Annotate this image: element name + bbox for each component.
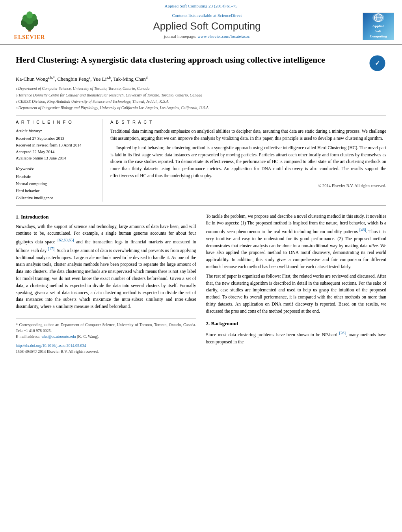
footnote-corresponding: * Corresponding author at: Department of… (16, 322, 196, 334)
intro-para-1: Nowadays, with the support of science an… (16, 223, 196, 310)
journal-ref: Applied Soft Computing 23 (2014) 61–75 (0, 3, 402, 9)
intro-heading: 1. Introduction (16, 213, 196, 221)
divider-2 (16, 206, 386, 206)
article-info-col: A R T I C L E I N F O Article history: R… (16, 119, 102, 201)
affil-c: c CEMSE Division, King Abdullah Universi… (16, 98, 386, 105)
background-para-1: Since most data clustering problems have… (206, 330, 387, 345)
keyword-herd: Herd behavior (16, 187, 96, 195)
paper-title-section: Herd Clustering: A synergistic data clus… (16, 50, 386, 72)
abstract-col: A B S T R A C T Traditional data mining … (110, 119, 386, 201)
keyword-heuristic: Heuristic (16, 173, 96, 180)
abstract-para2: Inspired by herd behavior, the clusterin… (110, 145, 386, 180)
body-col-left: 1. Introduction Nowadays, with the suppo… (16, 213, 196, 355)
journal-title-block: Contents lists available at ScienceDirec… (51, 13, 363, 40)
journal-title-text: Applied Soft Computing (51, 19, 363, 34)
abstract-para1: Traditional data mining methods emphasiz… (110, 128, 386, 142)
elsevier-tree-icon (16, 11, 43, 33)
elsevier-brand-text: ELSEVIER (14, 33, 45, 41)
abstract-text: Traditional data mining methods emphasiz… (110, 128, 386, 180)
affiliations: a Department of Computer Science, Univer… (16, 85, 386, 111)
intro-para-right-1: To tackle the problem, we propose and de… (206, 213, 387, 271)
body-col-right: To tackle the problem, we propose and de… (206, 213, 387, 355)
body-columns: 1. Introduction Nowadays, with the suppo… (16, 213, 386, 355)
logo-graphic-icon (374, 13, 383, 22)
affil-d: d Department of Integrative Biology and … (16, 105, 386, 111)
footnote-issn: 1568-4946/© 2014 Elsevier B.V. All right… (16, 348, 196, 354)
accepted-date: Accepted 22 May 2014 (16, 149, 96, 156)
main-content: Herd Clustering: A synergistic data clus… (0, 44, 402, 362)
keywords-title: Keywords: (16, 166, 96, 172)
svg-point-7 (26, 11, 33, 19)
background-heading: 2. Background (206, 320, 387, 328)
svg-text:✓: ✓ (375, 60, 380, 67)
header-middle: ELSEVIER Contents lists available at Sci… (0, 11, 402, 41)
article-info-label: A R T I C L E I N F O (16, 119, 96, 126)
footnote-email: E-mail address: wkc@cs.utoronto.edu (K.-… (16, 334, 196, 339)
journal-logo-box: Applied Soft Computing (363, 13, 394, 40)
history-title: Article history: (16, 128, 96, 134)
affil-a: a Department of Computer Science, Univer… (16, 85, 386, 92)
journal-homepage: journal homepage: www.elsevier.com/locat… (51, 33, 363, 40)
journal-header: Applied Soft Computing 23 (2014) 61–75 E… (0, 0, 402, 44)
received-date: Received 27 September 2013 (16, 135, 96, 142)
divider-1 (16, 115, 386, 115)
logo-circle-icon (372, 13, 384, 22)
abstract-label: A B S T R A C T (110, 119, 386, 126)
keyword-collective: Collective intelligence (16, 195, 96, 202)
footnote-doi: http://dx.doi.org/10.1016/j.asoc.2014.05… (16, 343, 196, 348)
authors-line: Ka-Chun Wonga,b,*, Chengbin Pengc, Yue L… (16, 75, 386, 83)
keyword-natural: Natural computing (16, 180, 96, 187)
revised-date: Received in revised form 13 April 2014 (16, 142, 96, 149)
paper-title: Herd Clustering: A synergistic data clus… (16, 54, 368, 66)
footnotes: * Corresponding author at: Department of… (16, 318, 196, 354)
intro-para-right-2: The rest of paper is organized as follow… (206, 273, 387, 315)
elsevier-logo: ELSEVIER (8, 11, 51, 41)
affil-b: b Terrence Donnelly Centre for Cellular … (16, 92, 386, 98)
contents-line: Contents lists available at ScienceDirec… (51, 13, 363, 19)
copyright-line: © 2014 Elsevier B.V. All rights reserved… (110, 183, 386, 189)
available-date: Available online 13 June 2014 (16, 155, 96, 162)
article-info-abstract: A R T I C L E I N F O Article history: R… (16, 119, 386, 201)
crossmark-icon: ✓ (368, 54, 386, 72)
